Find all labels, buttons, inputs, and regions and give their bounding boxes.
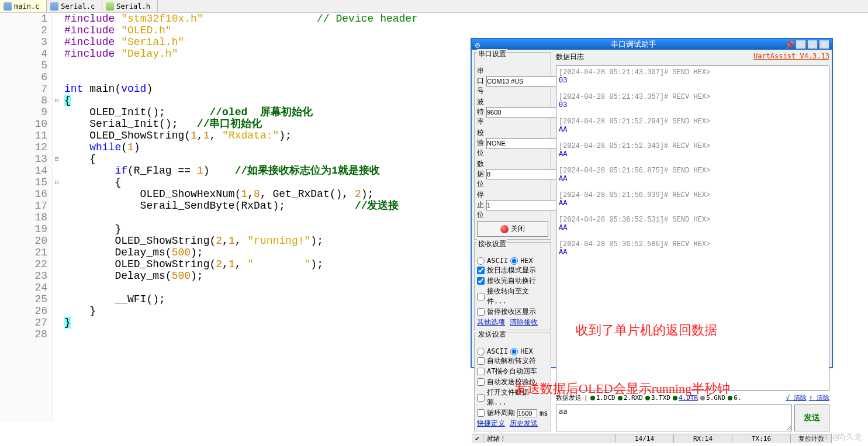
log-hex-value: AA [559, 126, 826, 134]
recv-other-link[interactable]: 其他选项 [477, 317, 505, 327]
send-opt4-check[interactable] [477, 394, 485, 402]
uart-statusbar: ✔ 就绪！ 14/14 RX:14 TX:16 复位计数 [472, 434, 832, 443]
log-area[interactable]: [2024-04-28 05:21:43.307]# SEND HEX>03 [… [556, 65, 829, 391]
send-quick-link[interactable]: 快捷定义 [477, 419, 505, 428]
recv-ascii-radio[interactable] [477, 257, 485, 265]
log-hex-value: 03 [559, 77, 826, 85]
recv-clear-link[interactable]: 清除接收 [510, 317, 538, 327]
log-timestamp: [2024-04-28 05:36:52.580]# RECV HEX> [559, 240, 826, 248]
minimize-button[interactable]: − [796, 40, 806, 49]
status-count: 14/14 [615, 434, 674, 443]
code-area[interactable]: #include "stm32f10x.h" // Device header#… [61, 13, 418, 422]
send-opt2-check[interactable] [477, 368, 485, 375]
tab-label: Serial.c [61, 2, 95, 11]
tab-Serial-h[interactable]: Serial.h [102, 0, 158, 12]
tab-main-c[interactable]: main.c [0, 0, 47, 12]
log-timestamp: [2024-04-28 05:21:56.875]# SEND HEX> [559, 167, 826, 175]
recv-opt3-check[interactable] [477, 293, 485, 300]
status-ready: 就绪！ [483, 434, 615, 443]
clear2-link[interactable]: ↑ 清除 [809, 393, 829, 402]
app-icon: ◎ [472, 40, 483, 49]
file-icon [106, 2, 114, 11]
log-hex-value: AA [559, 224, 826, 232]
log-title: 数据日志 [556, 52, 584, 62]
recv-opt2-check[interactable] [477, 277, 485, 285]
send-cycle-check[interactable] [477, 409, 485, 417]
close-port-button[interactable]: 关闭 [477, 221, 548, 237]
status-rx: RX:14 [674, 434, 732, 443]
close-button[interactable]: × [819, 40, 829, 49]
log-hex-value: AA [559, 150, 826, 158]
log-timestamp: [2024-04-28 05:21:56.939]# RECV HEX> [559, 191, 826, 199]
recv-opt4-check[interactable] [477, 308, 485, 316]
clear1-link[interactable]: √ 清除 [786, 393, 807, 402]
port-settings-title: 串口设置 [477, 49, 507, 59]
version-link[interactable]: UartAssist V4.3.13 [753, 52, 829, 62]
connection-indicator-icon [500, 225, 509, 233]
recv-settings-group: 接收设置 ASCII HEX 按日志模式显示 接收完自动换行 接收转向至文件..… [474, 242, 551, 330]
file-icon [4, 2, 12, 11]
status-icon: ✔ [472, 434, 483, 443]
log-timestamp: [2024-04-28 05:21:52.294]# SEND HEX> [559, 117, 826, 126]
recv-hex-radio[interactable] [510, 257, 518, 265]
cycle-input[interactable] [517, 409, 537, 417]
watermark: CSDN @尚久龙 [808, 432, 862, 442]
log-timestamp: [2024-04-28 05:36:52.531]# SEND HEX> [559, 216, 826, 224]
tab-label: Serial.h [116, 2, 150, 11]
send-history-link[interactable]: 历史发送 [510, 419, 538, 428]
line-number-gutter: 1234567891011121314151617181920212223242… [0, 13, 53, 422]
status-tx: TX:16 [732, 434, 791, 443]
send-hex-radio[interactable] [510, 348, 518, 355]
log-hex-value: AA [559, 248, 826, 257]
send-settings-title: 发送设置 [477, 330, 507, 340]
tab-label: main.c [14, 2, 39, 11]
pin-icon[interactable]: 📌 [784, 40, 796, 49]
log-hex-value: AA [559, 175, 826, 183]
maximize-button[interactable]: □ [807, 40, 818, 49]
stopbits-label: 停止位 [477, 190, 484, 220]
log-timestamp: [2024-04-28 05:21:52.343]# RECV HEX> [559, 142, 826, 150]
log-timestamp: [2024-04-28 05:21:43.357]# RECV HEX> [559, 93, 826, 101]
port-settings-group: 串口设置 串口号 波特率 校验位 数据位 停止位 关闭 [474, 52, 551, 240]
send-opt1-check[interactable] [477, 357, 485, 365]
baud-label: 波特率 [477, 97, 484, 127]
recv-opt1-check[interactable] [477, 267, 485, 274]
annotation-2: 发送数据后OLED会显示running半秒钟 [514, 380, 730, 397]
file-icon [50, 2, 58, 11]
fold-column: ⊟⊟⊟ [53, 13, 61, 422]
uart-title-text: 串口调试助手 [483, 39, 784, 50]
port-label: 串口号 [477, 66, 484, 96]
send-ascii-radio[interactable] [477, 348, 485, 355]
databits-label: 数据位 [477, 159, 484, 189]
tab-Serial-c[interactable]: Serial.c [47, 0, 102, 12]
parity-label: 校验位 [477, 128, 484, 158]
file-tabs: main.cSerial.cSerial.h [0, 0, 868, 13]
send-opt3-check[interactable] [477, 378, 485, 386]
send-button[interactable]: 发送 [794, 404, 829, 431]
uart-titlebar[interactable]: ◎ 串口调试助手 📌 − □ × [472, 39, 832, 50]
uart-assistant-window: ◎ 串口调试助手 📌 − □ × 串口设置 串口号 波特率 校验位 数据位 停止… [471, 38, 833, 368]
annotation-1: 收到了单片机的返回数据 [576, 321, 717, 339]
log-hex-value: 03 [559, 101, 826, 109]
recv-settings-title: 接收设置 [477, 239, 507, 249]
send-input[interactable]: aa [556, 404, 792, 431]
log-timestamp: [2024-04-28 05:21:43.307]# SEND HEX> [559, 68, 826, 77]
log-hex-value: AA [559, 199, 826, 208]
